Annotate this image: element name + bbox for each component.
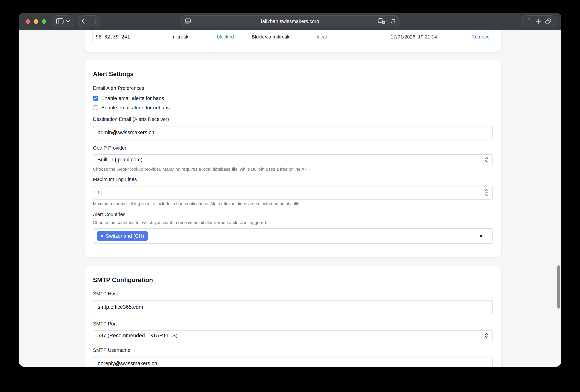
chevron-right-icon [93, 18, 97, 24]
smtp-username-input[interactable] [93, 357, 493, 367]
sidebar-toggle-button[interactable] [52, 15, 75, 27]
new-tab-icon[interactable] [536, 18, 541, 24]
max-log-field [93, 186, 493, 199]
select-chevrons-icon [485, 333, 489, 338]
unbans-checkbox-label: Enable email alerts for unbans [101, 105, 170, 110]
smtp-config-title: SMTP Configuration [93, 276, 493, 284]
max-log-input[interactable] [93, 186, 493, 199]
countries-help: Choose the countries for which you want … [93, 220, 493, 225]
browser-titlebar: fail2ban.swissmakers.corp A a [19, 13, 561, 30]
geoip-select[interactable]: Built-in (ip-api.com) [93, 154, 493, 165]
sidebar-icon [56, 18, 64, 24]
svg-text:a: a [383, 21, 384, 24]
bans-checkbox[interactable] [93, 96, 98, 101]
address-bar[interactable]: fail2ban.swissmakers.corp A a [180, 15, 400, 27]
dest-email-input[interactable] [93, 126, 493, 139]
page-content: 98.82.39.241 mikrotik blocked Block via … [19, 30, 561, 367]
smtp-config-card: SMTP Configuration SMTP Host SMTP Port 5… [85, 266, 501, 367]
row-status-badge: blocked [217, 34, 252, 40]
smtp-host-label: SMTP Host [93, 291, 493, 297]
zoom-window-button[interactable] [42, 19, 46, 24]
smtp-port-label: SMTP Port [93, 321, 493, 327]
checkmark-icon [94, 97, 97, 100]
unbans-checkbox-row: Enable email alerts for unbans [93, 104, 493, 111]
reload-icon[interactable] [390, 18, 396, 24]
row-date: 17/01/2026, 19:21:14 [391, 34, 471, 40]
bans-checkbox-label: Enable email alerts for bans [101, 96, 164, 101]
number-stepper-icon[interactable] [485, 189, 489, 197]
traffic-lights [25, 13, 46, 30]
geoip-help: Choose the GeoIP lookup provider. MaxMin… [93, 167, 493, 172]
countries-multiselect[interactable]: × Switzerland (CH) × [93, 228, 493, 244]
alert-settings-card: Alert Settings Email Alert Preferences E… [85, 60, 501, 257]
banned-ips-table: 98.82.39.241 mikrotik blocked Block via … [92, 30, 493, 43]
unbans-checkbox[interactable] [93, 105, 98, 110]
max-log-label: Maximum Log Lines [93, 176, 493, 182]
url-text: fail2ban.swissmakers.corp [261, 18, 319, 24]
share-icon[interactable] [526, 18, 532, 25]
nav-buttons [77, 15, 102, 27]
countries-clear-button[interactable]: × [479, 233, 483, 239]
desktop: { "browser": { "url": "fail2ban.swissmak… [0, 0, 580, 392]
page-format-icon[interactable] [185, 18, 191, 25]
row-action: Block via mikrotik [252, 34, 317, 40]
row-source: local [317, 34, 391, 40]
max-log-help: Maximum number of log lines to include i… [93, 201, 493, 206]
row-ip: 98.82.39.241 [96, 34, 171, 40]
smtp-port-select[interactable]: 587 (Recommended - STARTTLS) [93, 330, 493, 341]
geoip-label: GeoIP Provider [93, 145, 493, 151]
bans-checkbox-row: Enable email alerts for bans [93, 95, 493, 102]
scrollbar-thumb[interactable] [557, 265, 560, 309]
email-prefs-label: Email Alert Preferences [93, 85, 493, 91]
dest-email-label: Destination Email (Alerts Receiver) [93, 116, 493, 122]
close-window-button[interactable] [25, 19, 30, 24]
tab-overview-icon[interactable] [545, 18, 552, 24]
row-jail: mikrotik [171, 34, 217, 40]
tag-remove-icon[interactable]: × [101, 233, 104, 239]
forward-button[interactable] [89, 16, 101, 27]
country-tag-switzerland[interactable]: × Switzerland (CH) [97, 231, 148, 241]
geoip-select-value: Built-in (ip-api.com) [97, 157, 143, 163]
remove-ban-link[interactable]: Remove [471, 34, 490, 40]
country-tag-label: Switzerland (CH) [106, 233, 144, 239]
select-chevrons-icon [485, 157, 489, 163]
chevron-left-icon [81, 18, 85, 24]
toolbar-actions [521, 15, 557, 27]
countries-label: Alert Countries [93, 211, 493, 217]
chevron-down-icon [66, 20, 70, 22]
svg-text:A: A [379, 19, 381, 22]
browser-window: fail2ban.swissmakers.corp A a [19, 13, 561, 367]
minimize-window-button[interactable] [34, 19, 38, 24]
smtp-username-label: SMTP Username [93, 347, 493, 353]
alert-settings-title: Alert Settings [93, 70, 493, 78]
smtp-host-input[interactable] [93, 300, 493, 314]
back-button[interactable] [77, 16, 89, 27]
smtp-port-select-value: 587 (Recommended - STARTTLS) [97, 333, 177, 339]
table-row: 98.82.39.241 mikrotik blocked Block via … [93, 31, 493, 43]
translate-icon[interactable]: A a [378, 18, 386, 25]
banned-ips-card: 98.82.39.241 mikrotik blocked Block via … [85, 30, 501, 52]
